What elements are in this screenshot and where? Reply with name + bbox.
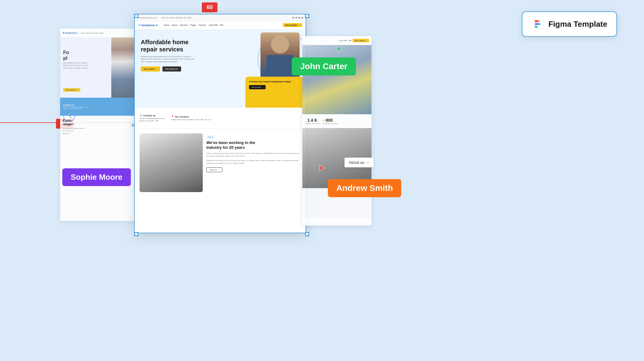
cp-hero-primary-btn[interactable]: Get a quote → xyxy=(141,66,160,72)
rp-header: (123) 456 - 789 Get a quote → xyxy=(302,36,371,45)
cp-yellow-box: Contact our expert handyman today! Get a… xyxy=(245,77,303,108)
cp-hero-desc: Sed aliquam dictumst quisque eget non ni… xyxy=(141,55,195,63)
handle-top-left[interactable] xyxy=(134,14,138,18)
yellow-box-cta[interactable]: Get a quote → xyxy=(249,85,266,89)
left-hero-desc: Sed aliquam dictumst quisque eget non ni… xyxy=(63,62,90,69)
rp-customers-label: Happy customers xyxy=(305,123,319,124)
left-contact-email: Email: contact@handyman.com xyxy=(63,106,89,108)
cursor-green-arrow xyxy=(336,44,342,54)
cp-contact-section: 📧 Contact us Email: contact@handyman.com… xyxy=(135,108,306,129)
size-badge-top: 60 xyxy=(202,2,217,12)
handle-top-right[interactable] xyxy=(305,14,309,18)
contact-us-label: 📧 Contact us xyxy=(140,114,165,117)
cp-logo: ⚙ Handyman X xyxy=(138,24,158,27)
rp-customers-value: 1.4 K xyxy=(305,118,319,123)
about-text-1: Tempor tristique diam id semper tellus. … xyxy=(206,152,301,158)
andrew-smith-badge: Andrew Smith xyxy=(328,179,401,197)
twitter-icon xyxy=(298,17,300,19)
rp-stats: 1.4 K Happy customers ★ 800 Completed Pr… xyxy=(302,114,371,128)
left-logo: ⚙ Handyman X xyxy=(63,32,78,34)
about-image xyxy=(140,133,203,192)
instagram-icon xyxy=(295,17,297,19)
about-btn[interactable]: About us → xyxy=(206,167,222,172)
about-label: About xyxy=(206,136,215,139)
left-website-preview: ⚙ Handyman X Home About Services Pages F… xyxy=(60,29,141,221)
rp-hero-image xyxy=(302,45,371,114)
nav-services[interactable]: Services xyxy=(180,24,188,26)
handle-bottom-right[interactable] xyxy=(305,232,309,236)
about-us-button[interactable]: About us → xyxy=(344,158,374,167)
social-icons xyxy=(292,17,303,19)
cp-contact-email-item: 📧 Contact us Email: contact@handyman.com… xyxy=(140,114,165,122)
pipe-icon-area: 🔧 Water leaks xyxy=(63,110,75,125)
cp-hero: Affordable home repair services Sed aliq… xyxy=(135,29,306,108)
rp-electrical-image xyxy=(302,45,371,114)
rp-quote-btn[interactable]: Get a quote → xyxy=(353,39,369,42)
pipe-icon: 🔧 xyxy=(63,110,75,122)
location-address: 6 MetroTech Center, Brooklyn, NY 11201, … xyxy=(171,119,211,121)
explore-desc: Lorem ipsum dolor sit amet,sit tiktus tu… xyxy=(63,127,139,135)
nav-about[interactable]: About xyxy=(172,24,177,26)
about-text-2: Placerat non id nullam arcu nulla. Gravi… xyxy=(206,159,301,165)
youtube-icon xyxy=(301,17,303,19)
rp-projects-label: Completed Projects xyxy=(322,123,338,124)
cp-hero-secondary-btn[interactable]: More about us xyxy=(162,66,181,72)
center-website-preview: contact@handyman.com 664 St Fernando, Br… xyxy=(134,14,306,233)
cp-hero-title: Affordable home repair services xyxy=(141,38,195,53)
nav-pages[interactable]: Pages xyxy=(190,24,196,26)
cp-address: 664 St Fernando, Brooklyn, NY 11201 xyxy=(161,17,192,19)
cp-location-item: 📍 Our location 6 MetroTech Center, Brook… xyxy=(171,115,211,121)
handle-bottom-left[interactable] xyxy=(134,232,138,236)
contact-phone: Phone: (123) 456 - 789 xyxy=(140,120,165,122)
about-content: About We've been working in the industry… xyxy=(206,133,301,192)
john-carter-badge: John Carter xyxy=(292,57,356,75)
cp-phone: (123) 456 - 789 xyxy=(209,24,223,26)
left-cta-btn[interactable]: Get a quote → xyxy=(63,88,80,92)
nav-cart[interactable]: Cart (3) xyxy=(199,24,206,26)
rp-projects-stat: ★ 800 Completed Projects xyxy=(322,118,338,124)
contact-email: Email: contact@handyman.com xyxy=(140,118,165,119)
rp-phone: (123) 456 - 789 xyxy=(339,40,351,41)
left-nav-links: Home About Services Pages xyxy=(81,32,103,34)
figma-icon xyxy=(532,18,544,30)
figma-template-label: Figma Template xyxy=(548,20,607,29)
cp-about-section: About We've been working in the industry… xyxy=(135,129,306,197)
sophie-moore-badge: Sophie Moore xyxy=(62,168,131,186)
location-label: 📍 Our location xyxy=(171,115,211,118)
cursor-red-arrow xyxy=(318,165,325,173)
about-title: We've been working in the industry for 2… xyxy=(206,140,267,150)
rp-customers-stat: 1.4 K Happy customers xyxy=(305,118,319,124)
rp-lower-section xyxy=(302,128,371,218)
cp-topbar: contact@handyman.com 664 St Fernando, Br… xyxy=(135,14,306,21)
left-nav: ⚙ Handyman X Home About Services Pages xyxy=(60,29,141,38)
left-hero: Fopl Sed aliquam dictumst quisque eget n… xyxy=(60,38,141,98)
facebook-icon xyxy=(292,17,294,19)
left-contact-label: Contact us xyxy=(63,104,89,106)
cp-email: contact@handyman.com xyxy=(137,17,157,19)
cp-quote-btn[interactable]: Get a quote → xyxy=(283,23,302,27)
figma-template-box: Figma Template xyxy=(522,11,617,37)
rp-projects-value: ★ 800 xyxy=(322,118,338,123)
left-contact-phone: Phone: (123) 456 - 789 xyxy=(63,108,89,110)
cp-nav: ⚙ Handyman X Home About Services Pages C… xyxy=(135,21,306,29)
cp-nav-links: Home About Services Pages Cart (3) xyxy=(164,24,206,26)
nav-home[interactable]: Home xyxy=(164,24,170,26)
pipe-label: Water leaks xyxy=(63,123,75,125)
yellow-box-title: Contact our expert handyman today! xyxy=(249,80,299,83)
left-hero-title: Fopl xyxy=(63,50,69,61)
